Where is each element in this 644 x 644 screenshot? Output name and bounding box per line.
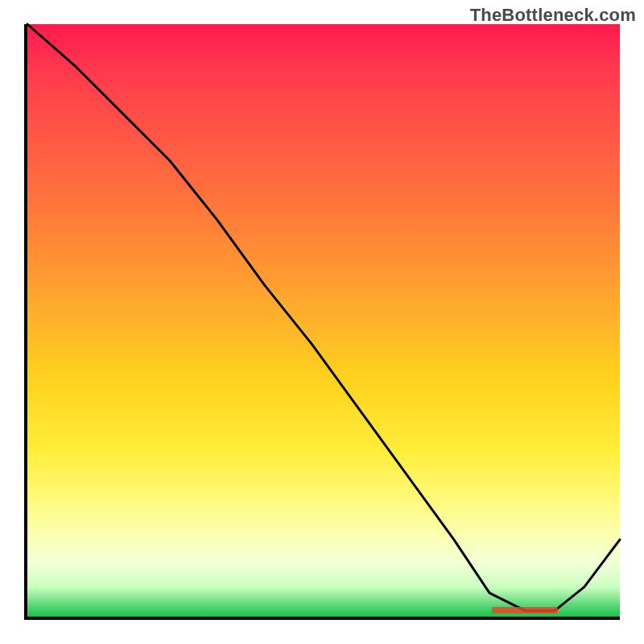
plot-area [24,24,620,620]
chart-stage: TheBottleneck.com [0,0,644,644]
trough-marker [492,607,557,613]
watermark-text: TheBottleneck.com [470,5,636,26]
line-chart [27,24,620,617]
curve-path [27,24,620,611]
